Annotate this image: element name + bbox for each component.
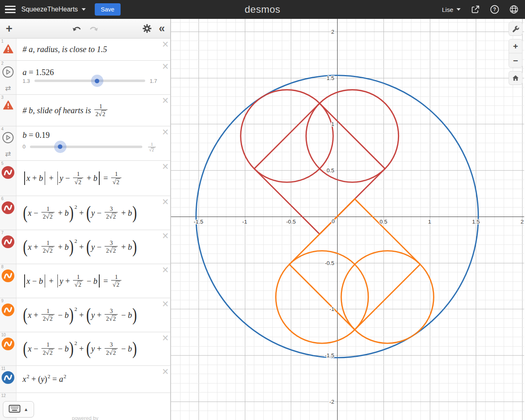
- expression-index: 2: [1, 61, 4, 66]
- share-icon[interactable]: [471, 5, 480, 14]
- expression-gutter[interactable]: 3: [0, 95, 16, 126]
- remove-expression-button[interactable]: ×: [162, 332, 169, 345]
- expression-gutter[interactable]: 10: [0, 332, 16, 365]
- curve-color-icon[interactable]: [2, 235, 14, 250]
- remove-expression-button[interactable]: ×: [162, 366, 169, 378]
- remove-expression-button[interactable]: ×: [162, 95, 169, 107]
- remove-expression-button[interactable]: ×: [162, 298, 169, 310]
- expression-gutter[interactable]: 7: [0, 230, 16, 264]
- expression-gutter[interactable]: 11: [0, 366, 16, 393]
- math-expression[interactable]: (x + 12√2 − b)2 + (y + 32√2 − b): [23, 308, 160, 322]
- expression-gutter[interactable]: 9: [0, 298, 16, 332]
- expression-row-1[interactable]: 1# a, radius, is close to 1.5×: [0, 39, 170, 61]
- graph-paper[interactable]: -1.5-1-0.50.511.5221.510.5-0.5-1-1.5-20 …: [171, 19, 525, 420]
- play-slider-button[interactable]: [2, 66, 14, 80]
- math-expression[interactable]: x + b + y − 1√2 + b = 1√2: [23, 171, 160, 185]
- expression-row-9[interactable]: 9(x + 12√2 − b)2 + (y + 32√2 − b)×: [0, 298, 170, 332]
- remove-expression-button[interactable]: ×: [162, 61, 169, 73]
- slider-track[interactable]: [34, 80, 145, 82]
- graph-settings-button[interactable]: [509, 22, 523, 36]
- expression-row-8[interactable]: 8x − b + y + 1√2 − b = 1√2×: [0, 264, 170, 298]
- help-icon[interactable]: ?: [490, 5, 499, 14]
- expression-content[interactable]: (x + 12√2 + b)2 + (y − 32√2 + b): [16, 230, 170, 264]
- math-expression[interactable]: (x + 12√2 + b)2 + (y − 32√2 + b): [23, 240, 160, 254]
- fraction: 32√2: [105, 240, 118, 254]
- expression-content[interactable]: # b, slide of hearts is 12√2: [16, 95, 170, 126]
- math-expression[interactable]: # a, radius, is close to 1.5: [23, 45, 160, 54]
- slider-track[interactable]: [30, 146, 142, 148]
- slider-loop-icon[interactable]: ⇄: [5, 84, 11, 93]
- fraction: 32√2: [105, 308, 118, 322]
- curve-color-icon[interactable]: [2, 371, 14, 386]
- language-globe-icon[interactable]: [509, 5, 518, 14]
- curve-color-icon[interactable]: [2, 166, 14, 180]
- main-menu-button[interactable]: [5, 5, 16, 14]
- expression-row-10[interactable]: 10(x − 12√2 − b)2 + (y + 32√2 − b)×: [0, 332, 170, 366]
- math-expression[interactable]: a = 1.526: [23, 68, 160, 77]
- undo-button[interactable]: [72, 25, 82, 33]
- expression-content[interactable]: a = 1.5261.31.7: [16, 61, 170, 94]
- expression-row-6[interactable]: 6(x − 12√2 + b)2 + (y − 32√2 + b)×: [0, 196, 170, 230]
- play-slider-button[interactable]: [2, 132, 14, 145]
- curve-color-icon: [2, 235, 14, 248]
- remove-expression-button[interactable]: ×: [162, 126, 169, 139]
- expression-row-3[interactable]: 3# b, slide of hearts is 12√2×: [0, 95, 170, 126]
- expression-list: 1# a, radius, is close to 1.5×2⇄a = 1.52…: [0, 39, 170, 420]
- remove-expression-button[interactable]: ×: [162, 196, 169, 208]
- svg-text:0.5: 0.5: [379, 219, 387, 225]
- expression-gutter[interactable]: 5: [0, 161, 16, 196]
- slider-loop-icon[interactable]: ⇄: [5, 150, 11, 158]
- math-expression[interactable]: (x − 12√2 − b)2 + (y + 32√2 − b): [23, 341, 160, 356]
- expression-content[interactable]: (x − 12√2 + b)2 + (y − 32√2 + b): [16, 196, 170, 230]
- expression-row-7[interactable]: 7(x + 12√2 + b)2 + (y − 32√2 + b)×: [0, 230, 170, 264]
- expression-gutter[interactable]: 4⇄: [0, 126, 16, 160]
- curve-color-icon[interactable]: [2, 338, 14, 352]
- expression-content[interactable]: x2 + (y)2 = a2: [16, 366, 170, 393]
- curve-color-icon[interactable]: [2, 269, 14, 284]
- zoom-in-button[interactable]: +: [509, 39, 522, 53]
- expression-gutter[interactable]: 8: [0, 264, 16, 298]
- graph-title-menu[interactable]: SqueezeTheHearts: [21, 6, 86, 13]
- remove-expression-button[interactable]: ×: [162, 230, 169, 242]
- slider-min-label[interactable]: 1.3: [23, 78, 30, 84]
- slider-min-label[interactable]: 0: [23, 144, 25, 150]
- expression-row-5[interactable]: 5x + b + y − 1√2 + b = 1√2×: [0, 161, 170, 196]
- expression-content[interactable]: # a, radius, is close to 1.5: [16, 39, 170, 60]
- curve-color-icon[interactable]: [2, 201, 14, 216]
- zoom-out-button[interactable]: −: [509, 53, 522, 67]
- save-button[interactable]: Save: [95, 3, 121, 16]
- math-expression[interactable]: b = 0.19: [23, 130, 160, 140]
- redo-button[interactable]: [89, 25, 99, 33]
- remove-expression-button[interactable]: ×: [162, 264, 169, 276]
- sqrt: √2: [74, 178, 82, 186]
- remove-expression-button[interactable]: ×: [162, 39, 169, 51]
- expression-content[interactable]: (x − 12√2 − b)2 + (y + 32√2 − b): [16, 332, 170, 365]
- expression-content[interactable]: x + b + y − 1√2 + b = 1√2: [16, 161, 170, 196]
- curve-color-icon[interactable]: [2, 304, 14, 318]
- math-expression[interactable]: (x − 12√2 + b)2 + (y − 32√2 + b): [23, 205, 160, 220]
- expression-row-2[interactable]: 2⇄a = 1.5261.31.7×: [0, 61, 170, 95]
- account-menu[interactable]: Lise: [442, 6, 461, 13]
- expression-content[interactable]: b = 0.1901√2: [16, 126, 170, 160]
- math-expression[interactable]: # b, slide of hearts is 12√2: [23, 103, 160, 118]
- slider-max-label[interactable]: 1.7: [150, 78, 157, 84]
- expression-gutter[interactable]: 2⇄: [0, 61, 16, 94]
- graph-canvas[interactable]: -1.5-1-0.50.511.5221.510.5-0.5-1-1.5-20: [171, 19, 524, 420]
- slider-max-label[interactable]: 1√2: [147, 141, 157, 153]
- expression-gutter[interactable]: 1: [0, 39, 16, 60]
- expression-gutter[interactable]: 6: [0, 196, 16, 230]
- default-viewport-button[interactable]: [509, 71, 523, 85]
- fraction: 12√2: [41, 240, 55, 254]
- expression-content[interactable]: x − b + y + 1√2 − b = 1√2: [16, 264, 170, 298]
- math-expression[interactable]: x − b + y + 1√2 − b = 1√2: [23, 274, 160, 288]
- remove-expression-button[interactable]: ×: [162, 161, 169, 173]
- math-expression[interactable]: x2 + (y)2 = a2: [23, 374, 160, 384]
- expression-content[interactable]: (x + 12√2 − b)2 + (y + 32√2 − b): [16, 298, 170, 332]
- keyboard-button[interactable]: ▲: [3, 401, 34, 418]
- expression-row-11[interactable]: 11x2 + (y)2 = a2×: [0, 366, 170, 393]
- slider-handle[interactable]: [91, 75, 103, 87]
- slider-handle[interactable]: [54, 141, 66, 153]
- chevron-down-icon: [457, 8, 461, 11]
- fraction: 1√2: [73, 171, 83, 185]
- expression-row-4[interactable]: 4⇄b = 0.1901√2×: [0, 126, 170, 161]
